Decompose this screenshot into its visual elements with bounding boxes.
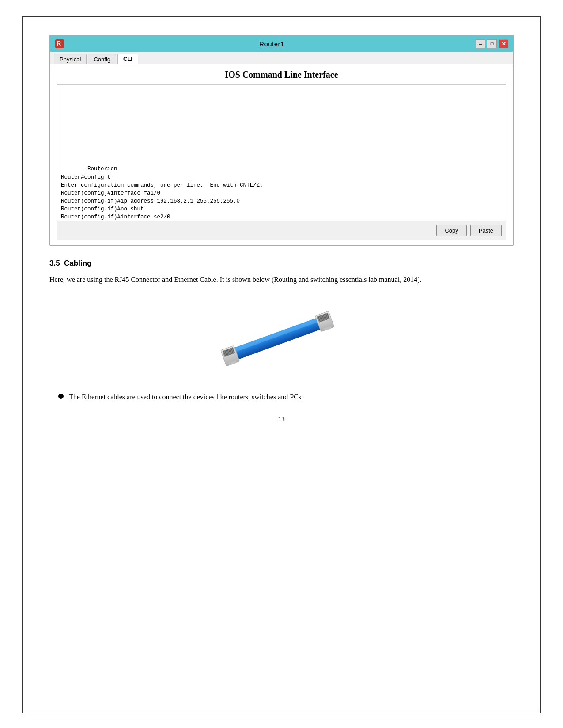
maximize-button[interactable]: □	[487, 39, 497, 48]
window-controls: – □ ✕	[476, 39, 508, 48]
svg-rect-3	[230, 315, 326, 353]
bullet-dot	[58, 394, 64, 399]
router-app-icon: R	[55, 39, 64, 49]
ios-title: IOS Command Line Interface	[57, 70, 506, 80]
router-main-content: IOS Command Line Interface Router>en Rou…	[50, 64, 513, 245]
svg-text:R: R	[57, 40, 61, 47]
close-button[interactable]: ✕	[499, 39, 508, 48]
cable-image	[211, 293, 352, 382]
paste-button[interactable]: Paste	[470, 225, 502, 236]
list-item: The Ethernet cables are used to connect …	[58, 391, 514, 403]
router-window: R Router1 – □ ✕ Physical Config CLI IOS …	[49, 35, 514, 246]
cli-output: Router>en Router#config t Enter configur…	[61, 166, 263, 221]
cli-empty-space	[61, 104, 502, 157]
cable-image-container	[49, 293, 514, 382]
page: R Router1 – □ ✕ Physical Config CLI IOS …	[22, 16, 541, 713]
body-text: Here, we are using the RJ45 Connector an…	[49, 274, 514, 285]
page-number: 13	[49, 416, 514, 423]
copy-button[interactable]: Copy	[436, 225, 466, 236]
tab-bar: Physical Config CLI	[50, 52, 513, 64]
tab-cli[interactable]: CLI	[117, 54, 138, 64]
cli-terminal[interactable]: Router>en Router#config t Enter configur…	[57, 84, 506, 221]
minimize-button[interactable]: –	[476, 39, 485, 48]
bullet-item-text: The Ethernet cables are used to connect …	[69, 391, 303, 403]
window-title: Router1	[68, 40, 476, 48]
cli-button-bar: Copy Paste	[57, 221, 506, 240]
bullet-list: The Ethernet cables are used to connect …	[49, 391, 514, 403]
section-heading: 3.5 Cabling	[49, 259, 514, 268]
tab-config[interactable]: Config	[88, 54, 116, 64]
tab-physical[interactable]: Physical	[54, 54, 87, 64]
titlebar: R Router1 – □ ✕	[50, 36, 513, 52]
